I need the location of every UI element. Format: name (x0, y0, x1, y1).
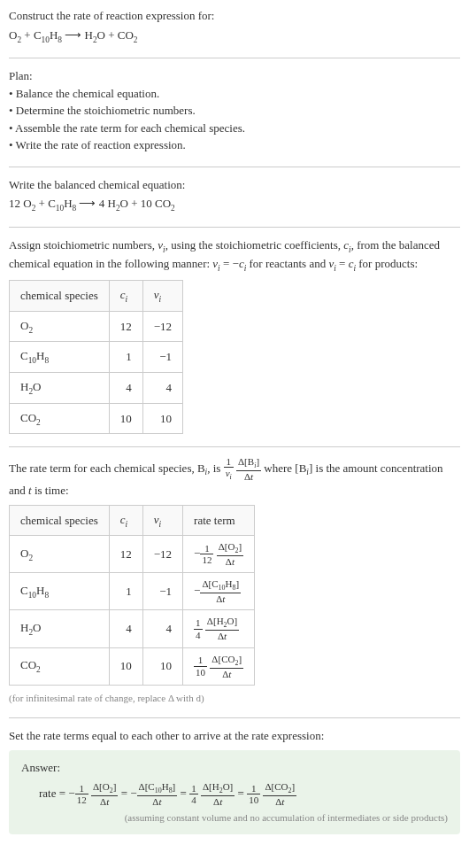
cell-vi: −1 (142, 342, 182, 373)
cell-ci: 1 (109, 342, 142, 373)
cell-species: CO2 (10, 647, 110, 685)
cell-species: CO2 (10, 403, 110, 434)
divider (9, 58, 460, 58)
answer-note: (assuming constant volume and no accumul… (21, 810, 448, 825)
cell-species: O2 (10, 311, 110, 342)
table-row: O2 12 −12 −112 Δ[O2]Δt (10, 536, 255, 573)
plan-item: Balance the chemical equation. (9, 85, 460, 103)
divider (9, 717, 460, 718)
table-row: C10H8 1 −1 −Δ[C10H8]Δt (10, 573, 255, 610)
rate-term-intro: The rate term for each chemical species,… (9, 456, 460, 500)
table-header-row: chemical species ci νi rate term (10, 505, 255, 536)
answer-box: Answer: rate = −112 Δ[O2]Δt = −Δ[C10H8]Δ… (9, 750, 460, 834)
plan-title: Plan: (9, 67, 460, 85)
divider (9, 446, 460, 447)
cell-species: O2 (10, 536, 110, 573)
stoich-table: chemical species ci νi O2 12 −12 C10H8 1… (9, 280, 183, 434)
cell-rate: −Δ[C10H8]Δt (183, 573, 255, 610)
cell-vi: −1 (142, 573, 182, 610)
set-equal-section: Set the rate terms equal to each other t… (9, 727, 460, 834)
stoich-section: Assign stoichiometric numbers, νi, using… (9, 236, 460, 434)
stoich-intro: Assign stoichiometric numbers, νi, using… (9, 236, 460, 275)
table-row: O2 12 −12 (10, 311, 183, 342)
plan-list: Balance the chemical equation. Determine… (9, 85, 460, 154)
col-species: chemical species (10, 505, 110, 536)
cell-ci: 10 (109, 403, 142, 434)
cell-ci: 4 (109, 610, 142, 647)
rate-term-section: The rate term for each chemical species,… (9, 456, 460, 705)
col-ci: ci (109, 281, 142, 312)
divider (9, 227, 460, 228)
intro-title: Construct the rate of reaction expressio… (9, 7, 460, 25)
plan-item: Assemble the rate term for each chemical… (9, 120, 460, 137)
balanced-section: Write the balanced chemical equation: 12… (9, 176, 460, 214)
rate-term-table: chemical species ci νi rate term O2 12 −… (9, 505, 255, 686)
cell-vi: 4 (142, 610, 182, 647)
cell-species: C10H8 (10, 573, 110, 610)
cell-vi: 10 (142, 647, 182, 685)
cell-rate: −112 Δ[O2]Δt (183, 536, 255, 573)
cell-vi: 4 (142, 372, 182, 403)
balanced-equation: 12 O2 + C10H8 ⟶ 4 H2O + 10 CO2 (9, 195, 460, 214)
cell-species: C10H8 (10, 342, 110, 373)
table-row: C10H8 1 −1 (10, 342, 183, 373)
plan-item: Determine the stoichiometric numbers. (9, 102, 460, 120)
cell-vi: −12 (142, 311, 182, 342)
cell-ci: 12 (109, 311, 142, 342)
set-equal-text: Set the rate terms equal to each other t… (9, 727, 460, 745)
col-vi: νi (142, 505, 182, 536)
balanced-title: Write the balanced chemical equation: (9, 176, 460, 194)
table-row: H2O 4 4 14 Δ[H2O]Δt (10, 610, 255, 647)
cell-species: H2O (10, 610, 110, 647)
cell-ci: 4 (109, 372, 142, 403)
answer-equation: rate = −112 Δ[O2]Δt = −Δ[C10H8]Δt = 14 Δ… (39, 781, 448, 807)
cell-species: H2O (10, 372, 110, 403)
col-ci: ci (109, 505, 142, 536)
col-vi: νi (142, 281, 182, 312)
col-species: chemical species (10, 281, 110, 312)
intro-section: Construct the rate of reaction expressio… (9, 7, 460, 45)
table-row: CO2 10 10 (10, 403, 183, 434)
plan-section: Plan: Balance the chemical equation. Det… (9, 67, 460, 154)
cell-rate: 110 Δ[CO2]Δt (183, 647, 255, 685)
plan-item: Write the rate of reaction expression. (9, 136, 460, 154)
cell-vi: −12 (142, 536, 182, 573)
table-row: CO2 10 10 110 Δ[CO2]Δt (10, 647, 255, 685)
cell-ci: 1 (109, 573, 142, 610)
intro-equation: O2 + C10H8 ⟶ H2O + CO2 (9, 27, 460, 46)
infinitesimal-note: (for infinitesimal rate of change, repla… (9, 691, 460, 706)
answer-title: Answer: (21, 759, 448, 777)
cell-rate: 14 Δ[H2O]Δt (183, 610, 255, 647)
table-row: H2O 4 4 (10, 372, 183, 403)
divider (9, 167, 460, 167)
cell-ci: 10 (109, 647, 142, 685)
cell-vi: 10 (142, 403, 182, 434)
table-header-row: chemical species ci νi (10, 281, 183, 312)
col-rate: rate term (183, 505, 255, 536)
cell-ci: 12 (109, 536, 142, 573)
